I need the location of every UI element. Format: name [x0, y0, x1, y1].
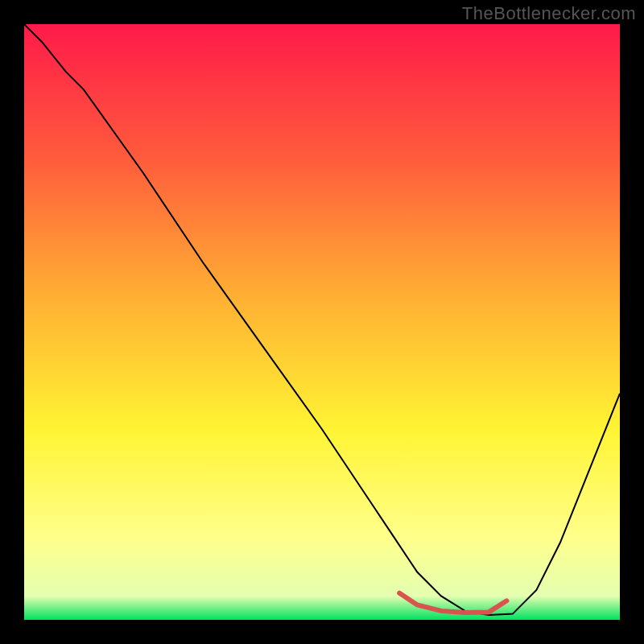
chart-canvas	[24, 24, 620, 620]
watermark-text: TheBottlenecker.com	[462, 3, 636, 24]
gradient-background	[24, 24, 620, 620]
chart-svg	[24, 24, 620, 620]
